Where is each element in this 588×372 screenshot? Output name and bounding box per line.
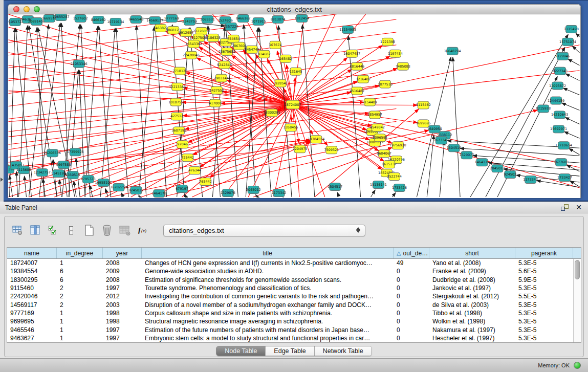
graph-node[interactable]: 9245012 [128, 187, 143, 194]
graph-node[interactable]: 107674 [269, 41, 282, 49]
table-panel-header[interactable]: Table Panel ✕ [0, 202, 588, 213]
column-header-out_de[interactable]: △out_de… [394, 248, 429, 258]
row-height-button[interactable] [64, 224, 78, 237]
table-row[interactable]: 946362711997Embryonic stem cells: a mode… [7, 334, 581, 342]
close-panel-icon[interactable]: ✕ [576, 204, 582, 211]
graph-node[interactable]: 9699695 [416, 120, 431, 127]
show-columns-button[interactable] [29, 224, 42, 237]
graph-node[interactable]: 1677603 [554, 159, 569, 166]
graph-node[interactable]: 1115498 [564, 25, 579, 33]
graph-node[interactable]: 9465546 [128, 15, 143, 23]
graph-node[interactable]: 1504517 [328, 183, 342, 191]
table-select[interactable]: citations_edges.txt [163, 225, 365, 236]
graph-node[interactable]: 1071915 [251, 17, 266, 25]
graph-node[interactable]: 924502 [504, 171, 516, 179]
graph-node[interactable]: 1464179 [475, 159, 490, 166]
graph-node[interactable]: 725442 [181, 154, 194, 162]
function-builder-button[interactable]: ƒ (x) [136, 224, 149, 237]
column-header-title[interactable]: title [142, 248, 394, 258]
graph-node[interactable]: 1329076 [221, 189, 235, 197]
graph-node[interactable]: 427512 [170, 113, 183, 120]
graph-node[interactable]: 1115686 [16, 166, 31, 174]
graph-node[interactable]: 9242848 [217, 61, 232, 69]
graph-node[interactable]: 8096595 [373, 134, 387, 142]
graph-node[interactable]: 914682 [258, 50, 271, 58]
column-header-year[interactable]: year [103, 248, 142, 258]
graph-node[interactable]: 12710654 [555, 142, 572, 149]
graph-node[interactable]: 1812454 [295, 14, 310, 22]
table-row[interactable]: 911546021997Tourette syndrome. Phenomeno… [7, 284, 581, 292]
graph-node[interactable]: 16782759 [110, 184, 127, 191]
table-row[interactable]: 1456911722003Disruption of a novel membe… [7, 300, 581, 309]
graph-node[interactable]: 2522744 [387, 173, 402, 181]
table-row[interactable]: 1872400712008Changes of HCN gene express… [7, 259, 581, 267]
tab-network-table[interactable]: Network Table [315, 346, 372, 356]
graph-node[interactable]: 1010755 [168, 98, 183, 106]
new-column-button[interactable] [82, 224, 96, 237]
graph-node[interactable]: 1173343 [523, 176, 538, 184]
graph-node[interactable]: 9997588 [56, 161, 71, 169]
graph-node[interactable]: 8549342 [370, 124, 385, 132]
table-row[interactable]: 977716911998Corpus callosum shape and si… [7, 309, 581, 317]
tab-edge-table[interactable]: Edge Table [266, 346, 314, 356]
graph-node[interactable]: 1145193 [51, 170, 66, 178]
graph-node[interactable]: 1673342 [434, 137, 449, 144]
graph-node[interactable]: 1065531 [200, 15, 215, 23]
graph-node[interactable]: 1464178 [151, 190, 166, 198]
table-row[interactable]: 2242004622012Investigating the contribut… [7, 292, 581, 300]
graph-node[interactable]: 9684067 [377, 150, 391, 158]
table-row[interactable]: 1938455462009Genome-wide association stu… [7, 267, 581, 275]
memory-status-icon[interactable] [574, 362, 581, 369]
network-canvas[interactable]: 7463822986012399129542322605891275091654… [8, 14, 581, 198]
delete-columns-button[interactable] [100, 224, 114, 237]
graph-node[interactable]: 3216482 [356, 75, 371, 83]
graph-node[interactable]: 1221398 [380, 38, 395, 46]
graph-node[interactable]: 12342757 [34, 169, 51, 177]
graph-node[interactable]: 754654 [227, 35, 240, 42]
graph-node[interactable]: 16648794 [444, 47, 461, 55]
graph-node[interactable]: 1350515 [66, 171, 80, 179]
graph-node[interactable]: 9777169 [164, 14, 179, 22]
graph-node[interactable]: 165482 [279, 55, 292, 62]
citation-graph[interactable]: 7463822986012399129542322605891275091654… [8, 14, 580, 198]
graph-node[interactable]: 8466162 [236, 14, 251, 22]
import-table-button[interactable] [118, 224, 132, 237]
graph-node[interactable]: 1877510 [378, 80, 393, 88]
table-scrollbar[interactable] [573, 259, 581, 342]
graph-node[interactable]: 763442 [199, 178, 212, 186]
float-panel-icon[interactable] [561, 204, 569, 211]
graph-node[interactable]: 15136141 [370, 181, 387, 189]
column-header-in_degree[interactable]: in_degree [57, 248, 103, 258]
graph-node[interactable]: 19756928 [389, 142, 406, 149]
graph-node[interactable]: 476344 [188, 167, 201, 174]
graph-node[interactable]: 131645 [290, 68, 302, 75]
graph-node[interactable]: 7485083 [396, 62, 410, 70]
graph-node[interactable]: 1173342 [272, 189, 287, 197]
graph-node[interactable]: 9154409 [362, 98, 377, 106]
graph-node[interactable]: 2718126 [172, 67, 187, 75]
graph-node[interactable]: 2903144 [214, 74, 229, 82]
table-row[interactable]: 946554611997Estimation of the future num… [7, 325, 581, 334]
graph-node[interactable]: 679197 [176, 185, 188, 193]
graph-node[interactable]: 7357224 [224, 23, 238, 30]
graph-node[interactable]: 1329077 [460, 151, 474, 159]
graph-node[interactable]: 1197434 [388, 50, 403, 57]
graph-node[interactable]: 2045013 [490, 165, 505, 172]
table-scrollbar-thumb[interactable] [575, 260, 580, 279]
graph-node[interactable]: 10719134 [107, 18, 124, 26]
graph-node[interactable]: 417008 [209, 99, 222, 107]
column-header-name[interactable]: name [7, 248, 57, 258]
graph-node[interactable]: 9115460 [416, 101, 431, 109]
graph-node[interactable]: 20206536 [44, 149, 61, 157]
graph-node[interactable]: 1504519 [447, 144, 462, 152]
graph-node[interactable]: 8215938 [536, 105, 551, 113]
graph-node[interactable]: 2045012 [246, 186, 261, 194]
splitter-collapse-arrow[interactable] [1, 178, 3, 182]
graph-hub-node[interactable]: 18724007 [285, 100, 301, 109]
column-header-pagerank[interactable]: pagerank [515, 248, 573, 258]
table-row[interactable]: 1830029562008Estimation of significance … [7, 276, 581, 284]
graph-node[interactable]: 1733427 [557, 174, 572, 182]
select-columns-button[interactable] [47, 224, 60, 237]
graph-node[interactable]: 4516482 [350, 87, 364, 95]
graph-node[interactable]: 8454749 [245, 46, 259, 53]
